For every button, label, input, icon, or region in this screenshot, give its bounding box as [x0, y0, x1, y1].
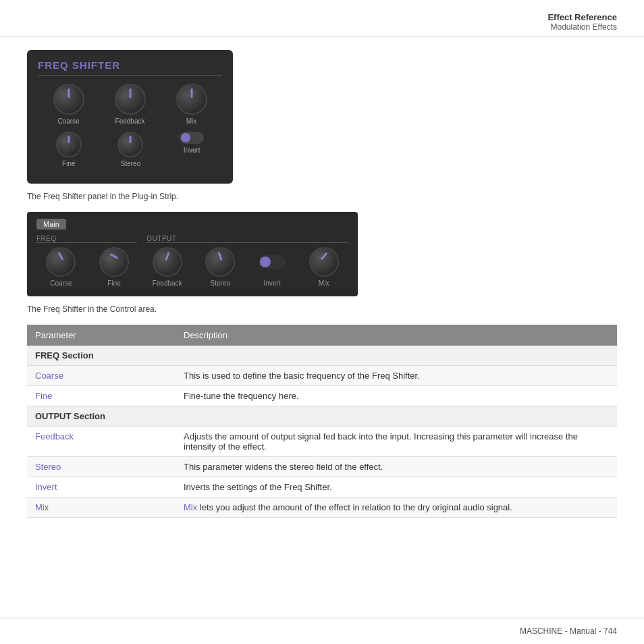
fine-label: Fine — [62, 160, 75, 167]
section-output: OUTPUT Section — [27, 406, 617, 427]
col-parameter: Parameter — [27, 325, 176, 346]
toggle-dot — [181, 133, 190, 142]
ctrl-feedback-knob[interactable] — [153, 247, 182, 277]
desc-invert: Inverts the settings of the Freq Shifter… — [176, 477, 617, 498]
tab-main[interactable]: Main — [36, 219, 66, 230]
ctrl-stereo-knob[interactable] — [205, 247, 235, 277]
table-row: Mix Mix lets you adjust the amount of th… — [27, 498, 617, 518]
table-row: Coarse This is used to define the basic … — [27, 366, 617, 386]
desc-feedback: Adjusts the amount of output signal fed … — [176, 427, 617, 457]
desc-stereo: This parameter widens the stereo field o… — [176, 457, 617, 477]
main-content: FREQ SHIFTER Coarse Feedback Mix Fine — [0, 36, 644, 545]
knob-row-2: Fine Stereo Invert — [38, 132, 222, 167]
feedback-knob[interactable] — [115, 84, 146, 115]
output-section-label: OUTPUT — [146, 235, 348, 242]
desc-mix: Mix lets you adjust the amount of the ef… — [176, 498, 617, 518]
invert-toggle-item: Invert — [180, 132, 204, 167]
header-subtitle: Modulation Effects — [27, 22, 617, 32]
param-feedback: Feedback — [35, 431, 74, 441]
mix-inline-link: Mix — [184, 502, 197, 512]
param-mix: Mix — [35, 502, 49, 512]
plugin-strip-panel: FREQ SHIFTER Coarse Feedback Mix Fine — [27, 50, 233, 184]
knob-fine-item: Fine — [56, 132, 82, 167]
ctrl-coarse-knob[interactable] — [46, 247, 76, 277]
section-freq: FREQ Section — [27, 346, 617, 366]
invert-toggle[interactable] — [180, 132, 204, 144]
mix-knob[interactable] — [176, 84, 207, 115]
coarse-knob[interactable] — [53, 84, 84, 115]
param-coarse: Coarse — [35, 371, 63, 381]
ctrl-invert-toggle[interactable] — [259, 255, 286, 269]
control-tabs: Main — [36, 219, 348, 230]
param-invert: Invert — [35, 482, 57, 492]
ctrl-toggle-dot — [260, 257, 271, 267]
mix-desc-text: lets you adjust the amount of the effect… — [197, 502, 512, 512]
freq-section-label: FREQ — [36, 235, 137, 242]
ctrl-invert-label: Invert — [263, 279, 280, 287]
ctrl-fine: Fine — [99, 247, 129, 287]
mix-label: Mix — [186, 117, 197, 125]
plugin-strip-title: FREQ SHIFTER — [38, 59, 222, 76]
ctrl-fine-knob[interactable] — [99, 247, 129, 277]
col-description: Description — [176, 325, 617, 346]
control-knob-row: Coarse Fine Feedback Stereo Invert — [36, 247, 348, 287]
stereo-label: Stereo — [121, 160, 140, 167]
caption-control-area: The Freq Shifter in the Control area. — [27, 304, 617, 314]
coarse-label: Coarse — [57, 117, 79, 125]
freq-divider — [36, 242, 137, 243]
knob-row-1: Coarse Feedback Mix — [38, 84, 222, 125]
control-area-panel: Main FREQ OUTPUT Coarse Fine Fee — [27, 212, 358, 296]
knob-feedback-item: Feedback — [115, 84, 146, 125]
param-stereo: Stereo — [35, 462, 61, 472]
page-footer: MASCHINE - Manual - 744 — [0, 618, 644, 644]
table-row: Stereo This parameter widens the stereo … — [27, 457, 617, 477]
desc-coarse: This is used to define the basic frequen… — [176, 366, 617, 386]
desc-fine: Fine-tune the frequency here. — [176, 386, 617, 406]
knob-stereo-item: Stereo — [117, 132, 143, 167]
footer-text: MASCHINE - Manual - 744 — [520, 626, 617, 636]
page-header: Effect Reference Modulation Effects — [0, 0, 644, 36]
ctrl-feedback: Feedback — [153, 247, 182, 287]
ctrl-coarse-label: Coarse — [50, 279, 72, 287]
ctrl-stereo-label: Stereo — [211, 279, 230, 287]
ctrl-mix-knob[interactable] — [309, 247, 339, 277]
invert-label: Invert — [184, 146, 200, 154]
stereo-knob[interactable] — [117, 132, 143, 157]
fine-knob[interactable] — [56, 132, 82, 157]
ctrl-stereo: Stereo — [205, 247, 235, 287]
parameter-table: Parameter Description FREQ Section Coars… — [27, 325, 617, 518]
param-fine: Fine — [35, 391, 52, 401]
table-row: FREQ Section — [27, 346, 617, 366]
table-row: Invert Inverts the settings of the Freq … — [27, 477, 617, 498]
ctrl-fine-label: Fine — [107, 279, 120, 287]
table-row: Feedback Adjusts the amount of output si… — [27, 427, 617, 457]
output-divider — [146, 242, 348, 243]
knob-coarse-item: Coarse — [53, 84, 84, 125]
ctrl-feedback-label: Feedback — [153, 279, 182, 287]
caption-plugin-strip: The Freq Shifter panel in the Plug-in St… — [27, 192, 617, 201]
knob-mix-item: Mix — [176, 84, 207, 125]
ctrl-invert: Invert — [259, 255, 286, 287]
table-row: OUTPUT Section — [27, 406, 617, 427]
table-row: Fine Fine-tune the frequency here. — [27, 386, 617, 406]
header-title: Effect Reference — [27, 12, 617, 22]
ctrl-mix-label: Mix — [319, 279, 329, 287]
feedback-label: Feedback — [115, 117, 145, 125]
ctrl-coarse: Coarse — [46, 247, 76, 287]
ctrl-mix: Mix — [309, 247, 339, 287]
